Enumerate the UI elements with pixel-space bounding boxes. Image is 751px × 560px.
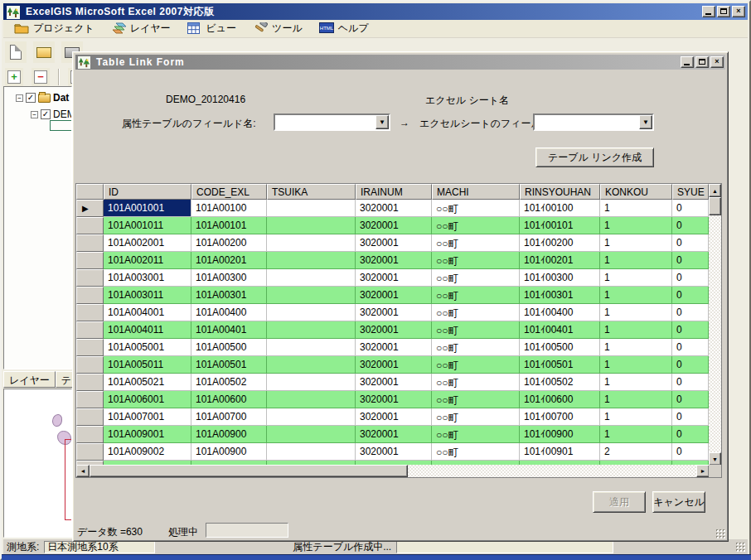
column-header-irainum[interactable]: IRAINUM (356, 184, 432, 200)
grid-cell[interactable]: 101A00900 (191, 443, 267, 461)
maximize-button[interactable] (717, 6, 730, 17)
grid-cell[interactable]: 3020001 (356, 234, 432, 252)
grid-cell[interactable]: 101A00600 (191, 391, 267, 408)
grid-cell[interactable]: 0 (672, 234, 709, 252)
grid-cell[interactable]: 101A003011 (104, 287, 191, 304)
grid-cell[interactable] (267, 391, 356, 408)
grid-cell[interactable]: 0 (672, 269, 709, 287)
grid-cell[interactable] (267, 356, 356, 374)
grid-cell[interactable]: 101ｲ00700 (520, 408, 600, 426)
row-selector[interactable] (76, 304, 104, 321)
grid-cell[interactable]: 3020001 (356, 304, 432, 321)
grid-cell[interactable]: 3020001 (356, 391, 432, 408)
grid-cell[interactable]: ○○町 (432, 252, 520, 269)
grid-cell[interactable] (267, 234, 356, 252)
scroll-down-icon[interactable]: ▼ (709, 452, 721, 466)
grid-cell[interactable]: 1 (600, 234, 672, 252)
dialog-close-button[interactable]: × (710, 56, 724, 68)
grid-cell[interactable]: 101A009001 (104, 426, 191, 443)
grid-cell[interactable]: 101ｲ00501 (520, 356, 600, 374)
row-selector[interactable]: ▶ (76, 200, 104, 217)
grid-cell[interactable]: 3020001 (356, 443, 432, 461)
row-selector[interactable] (76, 443, 104, 461)
column-header-rinsyouhan[interactable]: RINSYOUHAN (520, 184, 600, 200)
row-selector[interactable] (76, 356, 104, 374)
grid-cell[interactable]: 0 (672, 339, 709, 356)
grid-cell[interactable]: 3020001 (356, 356, 432, 374)
grid-cell[interactable] (267, 426, 356, 443)
grid-cell[interactable]: 3020001 (356, 200, 432, 217)
grid-cell[interactable]: 101A004011 (104, 321, 191, 339)
grid-cell[interactable]: 0 (672, 287, 709, 304)
grid-cell[interactable]: 3020001 (356, 321, 432, 339)
grid-cell[interactable]: 3020001 (356, 339, 432, 356)
column-header-id[interactable]: ID (104, 184, 191, 200)
row-selector[interactable] (76, 408, 104, 426)
grid-cell[interactable]: 1 (600, 200, 672, 217)
menu-layer[interactable]: レイヤー (109, 21, 173, 37)
menu-help[interactable]: HTML ヘルプ (317, 21, 371, 37)
grid-cell[interactable]: 101A009002 (104, 443, 191, 461)
grid-cell[interactable]: 101A00201 (191, 252, 267, 269)
row-selector[interactable] (76, 234, 104, 252)
grid-cell[interactable]: 1 (600, 391, 672, 408)
vertical-scroll-thumb[interactable] (709, 197, 721, 215)
scroll-right-icon[interactable]: ► (696, 465, 710, 477)
grid-cell[interactable]: ○○町 (432, 287, 520, 304)
grid-cell[interactable]: 1 (600, 426, 672, 443)
grid-cell[interactable]: 3020001 (356, 252, 432, 269)
grid-cell[interactable]: 101A002001 (104, 234, 191, 252)
window-resize-grip[interactable] (735, 542, 746, 553)
grid-cell[interactable]: 0 (672, 374, 709, 391)
grid-cell[interactable]: 3020001 (356, 287, 432, 304)
grid-cell[interactable]: ○○町 (432, 321, 520, 339)
grid-cell[interactable]: 0 (672, 252, 709, 269)
grid-cell[interactable]: ○○町 (432, 304, 520, 321)
grid-cell[interactable]: 2 (600, 443, 672, 461)
chevron-down-icon[interactable]: ▼ (376, 115, 389, 129)
grid-cell[interactable]: 0 (672, 391, 709, 408)
grid-cell[interactable]: 101A002011 (104, 252, 191, 269)
grid-cell[interactable]: 1 (600, 339, 672, 356)
add-layer-icon[interactable]: + (5, 68, 23, 86)
grid-cell[interactable]: 101ｲ00401 (520, 321, 600, 339)
grid-cell[interactable]: 101A003001 (104, 269, 191, 287)
grid-cell[interactable]: ○○町 (432, 356, 520, 374)
grid-cell[interactable]: 101A005011 (104, 356, 191, 374)
grid-cell[interactable] (267, 339, 356, 356)
grid-cell[interactable]: 0 (672, 443, 709, 461)
grid-cell[interactable] (267, 374, 356, 391)
grid-cell[interactable] (267, 321, 356, 339)
grid-cell[interactable]: 1 (600, 269, 672, 287)
grid-cell[interactable]: 1 (600, 374, 672, 391)
menu-tools[interactable]: ツール (250, 21, 305, 37)
grid-cell[interactable]: 101A00501 (191, 356, 267, 374)
tree-item-dem[interactable]: − ✓ DEM (31, 109, 71, 120)
layer-checkbox[interactable]: ✓ (26, 93, 36, 103)
grid-cell[interactable]: 101ｲ00900 (520, 426, 600, 443)
row-selector[interactable] (76, 374, 104, 391)
column-header-tsuika[interactable]: TSUIKA (267, 184, 356, 200)
row-selector[interactable] (76, 217, 104, 234)
grid-cell[interactable]: 101A00400 (191, 304, 267, 321)
grid-cell[interactable]: 101A004001 (104, 304, 191, 321)
column-header-machi[interactable]: MACHI (432, 184, 520, 200)
grid-cell[interactable]: 3020001 (356, 269, 432, 287)
grid-cell[interactable]: 1 (600, 252, 672, 269)
grid-cell[interactable] (267, 269, 356, 287)
grid-cell[interactable]: ○○町 (432, 234, 520, 252)
menu-view[interactable]: ビュー (185, 21, 240, 37)
grid-cell[interactable]: 101A00101 (191, 217, 267, 234)
grid-cell[interactable]: ○○町 (432, 408, 520, 426)
row-selector[interactable] (76, 269, 104, 287)
grid-cell[interactable]: 101ｲ00100 (520, 200, 600, 217)
tree-item-dat[interactable]: − ✓ Dat (16, 92, 71, 104)
minimize-button[interactable] (702, 6, 715, 17)
grid-cell[interactable]: ○○町 (432, 443, 520, 461)
chevron-down-icon[interactable]: ▼ (639, 115, 652, 129)
grid-cell[interactable] (267, 408, 356, 426)
create-table-link-button[interactable]: テーブル リンク作成 (535, 147, 654, 167)
grid-cell[interactable]: ○○町 (432, 391, 520, 408)
grid-cell[interactable]: 101A00300 (191, 269, 267, 287)
grid-cell[interactable]: 101A00401 (191, 321, 267, 339)
